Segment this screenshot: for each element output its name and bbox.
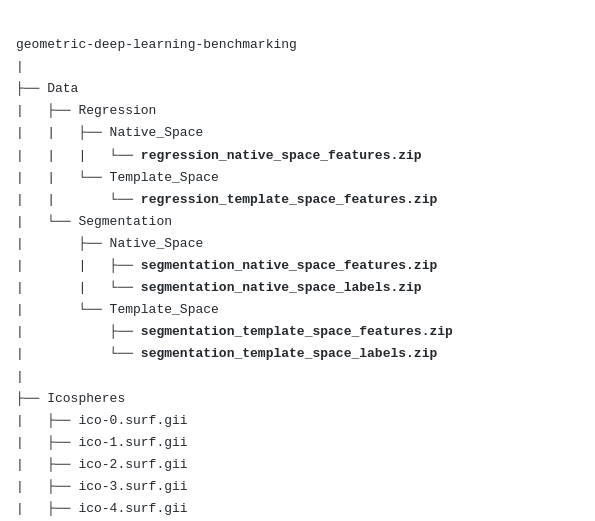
- tree-line: | ├── ico-0.surf.gii: [16, 410, 579, 432]
- tree-line: | └── segmentation_template_space_labels…: [16, 343, 579, 365]
- tree-line: geometric-deep-learning-benchmarking: [16, 34, 579, 56]
- file-name-bold: segmentation_native_space_labels.zip: [141, 280, 422, 295]
- tree-line: | └── Template_Space: [16, 299, 579, 321]
- tree-line: | ├── ico-3.surf.gii: [16, 476, 579, 498]
- tree-line: | ├── Regression: [16, 100, 579, 122]
- file-name-bold: regression_template_space_features.zip: [141, 192, 437, 207]
- tree-line: ├── Data: [16, 78, 579, 100]
- tree-line: ├── Icospheres: [16, 388, 579, 410]
- tree-line: | └── Segmentation: [16, 211, 579, 233]
- tree-line: | ├── ico-4.surf.gii: [16, 498, 579, 520]
- file-name-bold: regression_native_space_features.zip: [141, 148, 422, 163]
- file-name-bold: segmentation_native_space_features.zip: [141, 258, 437, 273]
- tree-line: | | └── regression_template_space_featur…: [16, 189, 579, 211]
- tree-line: | ├── ico-1.surf.gii: [16, 432, 579, 454]
- tree-line: |: [16, 366, 579, 388]
- tree-line: | | ├── segmentation_native_space_featur…: [16, 255, 579, 277]
- tree-line: | ├── ico-2.surf.gii: [16, 454, 579, 476]
- tree-line: | | └── segmentation_native_space_labels…: [16, 277, 579, 299]
- tree-line: |: [16, 56, 579, 78]
- file-name-bold: segmentation_template_space_features.zip: [141, 324, 453, 339]
- tree-line: | | └── Template_Space: [16, 167, 579, 189]
- tree-line: | ├── Native_Space: [16, 233, 579, 255]
- file-name-bold: segmentation_template_space_labels.zip: [141, 346, 437, 361]
- tree-line: | | ├── Native_Space: [16, 122, 579, 144]
- tree-line: | ├── segmentation_template_space_featur…: [16, 321, 579, 343]
- file-tree: geometric-deep-learning-benchmarking|├──…: [16, 12, 579, 521]
- tree-line: | | | └── regression_native_space_featur…: [16, 145, 579, 167]
